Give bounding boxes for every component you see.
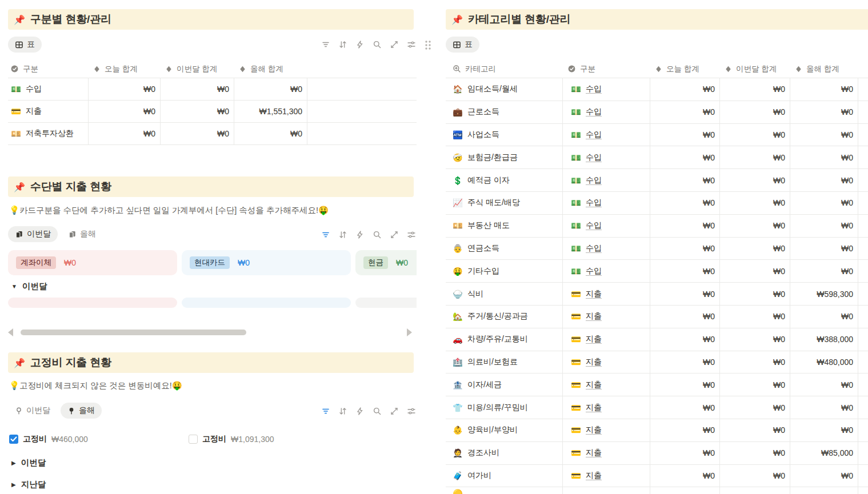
category-title[interactable]: 보험금/환급금: [467, 152, 518, 163]
type-relation-link[interactable]: 수입: [586, 175, 602, 186]
category-title[interactable]: 임대소득/월세: [467, 84, 518, 94]
col-today[interactable]: 오늘 합계: [666, 64, 699, 74]
month-sum[interactable]: ₩0: [720, 419, 790, 441]
table-row[interactable]: 🏥의료비/보험료 💳지출 ₩0 ₩0 ₩480,000: [446, 351, 868, 374]
lightning-icon[interactable]: [355, 230, 365, 239]
type-relation-link[interactable]: 지출: [586, 471, 602, 481]
col-month[interactable]: 이번달 합계: [177, 64, 217, 74]
table-row[interactable]: 🏠임대소득/월세 💵수입 ₩0 ₩0 ₩0: [446, 78, 868, 101]
table-row[interactable]: 💴부동산 매도 💵수입 ₩0 ₩0 ₩0: [446, 215, 868, 238]
expand-icon[interactable]: [390, 40, 399, 49]
today-sum[interactable]: ₩0: [650, 306, 720, 328]
table-row[interactable]: 🏧사업소득 💵수입 ₩0 ₩0 ₩0: [446, 124, 868, 147]
filter-icon[interactable]: [321, 230, 330, 239]
today-sum[interactable]: ₩0: [650, 396, 720, 419]
month-sum[interactable]: ₩0: [720, 78, 790, 101]
year-sum[interactable]: ₩598,300: [790, 283, 858, 305]
table-row[interactable]: 🧳여가비 💳지출 ₩0 ₩0 ₩0: [446, 465, 868, 488]
year-sum[interactable]: ₩0: [790, 465, 858, 487]
lightning-icon[interactable]: [355, 407, 365, 416]
month-sum[interactable]: ₩0: [720, 442, 790, 464]
row-title[interactable]: 저축투자상환: [26, 128, 74, 139]
month-sum[interactable]: ₩0: [720, 351, 790, 373]
month-sum[interactable]: ₩0: [720, 328, 790, 351]
table-row[interactable]: 💴저축투자상환 ₩0 ₩0 ₩0: [8, 123, 417, 145]
table-row[interactable]: 🚗차량/주유/교통비 💳지출 ₩0 ₩0 ₩388,000: [446, 328, 868, 351]
table-row-partial[interactable]: 🟡: [446, 487, 868, 494]
month-sum[interactable]: ₩0: [720, 283, 790, 305]
type-relation-link[interactable]: 수입: [586, 107, 602, 117]
type-relation-link[interactable]: 지출: [586, 425, 602, 435]
sort-icon[interactable]: [338, 230, 347, 239]
checkbox-unchecked[interactable]: [189, 435, 198, 444]
group-toggle-this-month[interactable]: ▶ 이번달: [11, 457, 46, 468]
today-sum[interactable]: ₩0: [650, 78, 720, 101]
checkbox-checked[interactable]: [9, 435, 18, 444]
month-sum[interactable]: ₩0: [161, 123, 234, 144]
col-year[interactable]: 올해 합계: [806, 64, 839, 74]
year-sum[interactable]: ₩0: [790, 419, 858, 441]
today-sum[interactable]: ₩0: [650, 373, 720, 396]
scrollbar-thumb[interactable]: [21, 330, 246, 335]
table-row[interactable]: 💲예적금 이자 💵수입 ₩0 ₩0 ₩0: [446, 169, 868, 192]
category-title[interactable]: 주거/통신/공과금: [467, 311, 528, 322]
type-relation-link[interactable]: 지출: [586, 289, 602, 299]
board-column-red[interactable]: [8, 298, 177, 308]
month-sum[interactable]: ₩0: [161, 101, 234, 122]
month-sum[interactable]: ₩0: [720, 101, 790, 123]
year-sum[interactable]: ₩0: [790, 146, 858, 168]
category-title[interactable]: 부동산 매도: [467, 220, 510, 231]
today-sum[interactable]: ₩0: [650, 169, 720, 191]
today-sum[interactable]: ₩0: [650, 260, 720, 282]
tab-this-month[interactable]: 이번달: [8, 403, 57, 419]
card-cash[interactable]: 현금 ₩0: [355, 250, 417, 275]
today-sum[interactable]: ₩0: [650, 283, 720, 305]
table-row[interactable]: 🤕보험금/환급금 💵수입 ₩0 ₩0 ₩0: [446, 146, 868, 169]
year-sum[interactable]: ₩0: [790, 306, 858, 328]
lightning-icon[interactable]: [355, 40, 365, 49]
horizontal-scrollbar[interactable]: [8, 328, 417, 337]
type-relation-link[interactable]: 수입: [586, 266, 602, 276]
table-row[interactable]: 🤵경조사비 💳지출 ₩0 ₩0 ₩85,000: [446, 442, 868, 465]
year-sum[interactable]: ₩0: [790, 101, 858, 123]
today-sum[interactable]: ₩0: [650, 124, 720, 146]
type-relation-link[interactable]: 지출: [586, 448, 602, 458]
today-sum[interactable]: ₩0: [650, 465, 720, 487]
today-sum[interactable]: ₩0: [650, 442, 720, 464]
tab-this-year[interactable]: 올해: [61, 226, 103, 242]
month-sum[interactable]: ₩0: [720, 260, 790, 282]
settings-slider-icon[interactable]: [407, 230, 416, 239]
month-sum[interactable]: ₩0: [720, 215, 790, 237]
table-row[interactable]: 🏦이자/세금 💳지출 ₩0 ₩0 ₩0: [446, 373, 868, 396]
year-sum[interactable]: ₩0: [790, 169, 858, 191]
year-sum[interactable]: ₩388,000: [790, 328, 858, 351]
category-title[interactable]: 의료비/보험료: [467, 357, 518, 367]
year-sum[interactable]: ₩85,000: [790, 442, 858, 464]
category-title[interactable]: 미용/의류/꾸밈비: [467, 403, 528, 413]
card-hyundai-card[interactable]: 현대카드 ₩0: [182, 250, 351, 275]
today-sum[interactable]: ₩0: [650, 146, 720, 168]
year-sum[interactable]: ₩0: [234, 78, 307, 100]
today-sum[interactable]: ₩0: [650, 419, 720, 441]
board-column-blue[interactable]: [182, 298, 351, 308]
year-sum[interactable]: ₩0: [790, 192, 858, 214]
month-sum[interactable]: ₩0: [720, 169, 790, 191]
today-sum[interactable]: ₩0: [650, 192, 720, 214]
month-sum[interactable]: ₩0: [720, 396, 790, 419]
month-sum[interactable]: ₩0: [161, 78, 234, 100]
table-row[interactable]: 👕미용/의류/꾸밈비 💳지출 ₩0 ₩0 ₩0: [446, 396, 868, 419]
table-view-tab[interactable]: 표: [8, 37, 42, 53]
today-sum[interactable]: ₩0: [89, 101, 161, 122]
today-sum[interactable]: ₩0: [650, 328, 720, 351]
row-title[interactable]: 지출: [26, 106, 42, 117]
month-sum[interactable]: ₩0: [720, 373, 790, 396]
table-row[interactable]: 💼근로소득 💵수입 ₩0 ₩0 ₩0: [446, 101, 868, 124]
board-column-gray[interactable]: [355, 298, 417, 308]
search-icon[interactable]: [373, 40, 382, 49]
table-row[interactable]: 💵수입 ₩0 ₩0 ₩0: [8, 78, 417, 101]
today-sum[interactable]: ₩0: [650, 215, 720, 237]
today-sum[interactable]: ₩0: [650, 238, 720, 260]
col-category[interactable]: 카테고리: [465, 64, 496, 74]
category-title[interactable]: 근로소득: [467, 107, 499, 117]
col-type[interactable]: 구분: [23, 64, 38, 74]
